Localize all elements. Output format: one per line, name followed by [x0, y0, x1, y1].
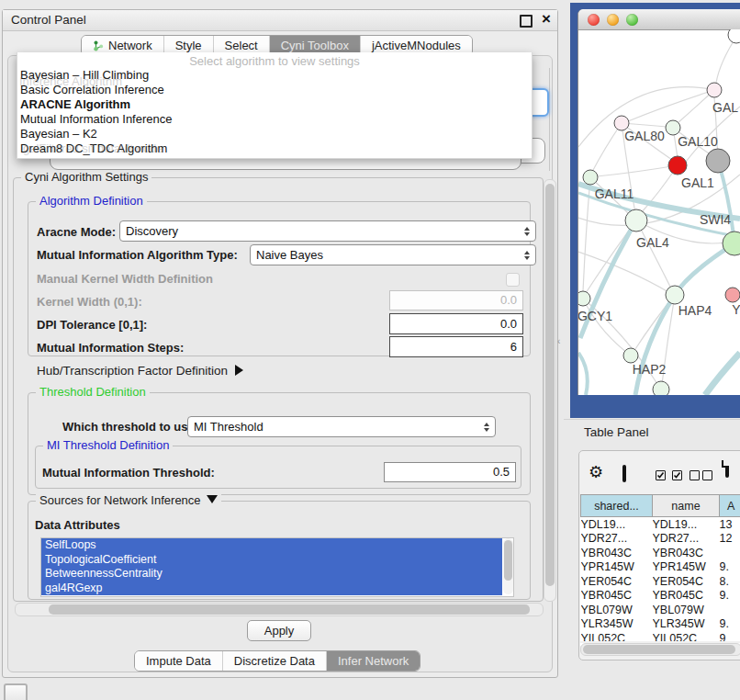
table-cell: YBR043C	[653, 546, 720, 560]
network-node-hap2[interactable]	[623, 348, 638, 363]
table-cell: YPR145W	[581, 560, 653, 575]
file-icon[interactable]	[725, 460, 729, 478]
table-row[interactable]: YER054CYER054C8.	[581, 574, 740, 589]
network-node-gal4[interactable]	[625, 209, 647, 231]
table-row[interactable]: YDR27...YDR27...12	[581, 532, 740, 547]
table-cell: YDR27...	[581, 532, 653, 547]
mi-steps-label: Mutual Information Steps:	[37, 341, 184, 355]
node-table[interactable]: shared... name A YDL19...YDL19...13YDR27…	[580, 494, 740, 646]
which-threshold-combo[interactable]: MI Threshold	[187, 416, 496, 437]
float-window-icon[interactable]	[520, 15, 533, 28]
collapse-arrow-icon[interactable]	[207, 495, 218, 503]
network-node[interactable]	[706, 149, 730, 173]
expand-arrow-icon[interactable]	[235, 365, 243, 376]
dropdown-item[interactable]: ARACNE Algorithm	[17, 97, 532, 112]
data-attributes-label: Data Attributes	[35, 518, 120, 532]
tab-infer-network[interactable]: Infer Network	[327, 651, 420, 671]
tab-discretize-data[interactable]: Discretize Data	[223, 651, 327, 671]
algorithm-definition-title: Algorithm Definition	[36, 194, 147, 208]
network-node-hap4[interactable]	[666, 286, 684, 304]
select-all-icon[interactable]	[656, 470, 682, 484]
network-node-gcy1[interactable]	[578, 291, 590, 306]
gear-icon[interactable]: ⚙	[589, 464, 603, 480]
splitter-handle[interactable]: ‹	[557, 336, 560, 346]
column-header-shared-name[interactable]: shared...	[581, 495, 653, 517]
close-icon[interactable]: ×	[542, 9, 551, 29]
table-cell: YLR345W	[581, 617, 653, 632]
table-header-row[interactable]: shared... name A	[581, 495, 740, 517]
deselect-all-icon[interactable]	[690, 470, 712, 484]
table-cell: YER054C	[653, 574, 720, 589]
network-node-gal[interactable]	[707, 83, 722, 97]
table-cell: YBR045C	[653, 589, 720, 604]
dropdown-item[interactable]: Mutual Information Inference	[17, 112, 532, 127]
network-node-gal11[interactable]	[583, 170, 598, 185]
dropdown-item[interactable]: Bayesian – K2	[17, 127, 532, 141]
settings-horizontal-scrollbar[interactable]	[15, 603, 544, 616]
column-header-name[interactable]: name	[653, 495, 720, 517]
tab-label: Discretize Data	[234, 654, 315, 668]
kernel-width-field[interactable]: 0.0	[389, 290, 523, 310]
network-node-label: HAP4	[678, 303, 712, 318]
hub-tf-definition-label: Hub/Transcription Factor Definition	[37, 364, 228, 378]
mi-steps-field[interactable]: 6	[389, 336, 523, 357]
network-node-y[interactable]	[725, 288, 740, 302]
attribute-item[interactable]: TopologicalCoefficient	[41, 553, 502, 568]
network-node-gal10[interactable]	[666, 120, 680, 135]
manual-kernel-width-label: Manual Kernel Width Definition	[37, 272, 213, 286]
network-node-label: GAL	[712, 100, 738, 115]
table-cell	[720, 603, 740, 617]
dropdown-item[interactable]: Dream8 DC_TDC Algorithm	[17, 141, 532, 156]
apply-button[interactable]: Apply	[247, 620, 311, 641]
network-node[interactable]	[653, 381, 669, 395]
column-header-third[interactable]: A	[720, 495, 740, 517]
network-canvas[interactable]: GALGAL80GAL10GAL1GAL11GAL4SWI4GCY1HAP4YH…	[578, 29, 740, 395]
table-cell: YBR043C	[581, 546, 653, 560]
dropdown-item[interactable]: Basic Correlation Inference	[17, 83, 532, 97]
network-node-gal1[interactable]	[668, 156, 687, 175]
attribute-item[interactable]: SelfLoops	[41, 538, 502, 553]
settings-vertical-scrollbar[interactable]	[544, 179, 556, 602]
table-row[interactable]: YLR345WYLR345W9.	[581, 617, 740, 632]
mi-algorithm-type-combo[interactable]: Naive Bayes	[250, 244, 536, 265]
mi-threshold-label: Mutual Information Threshold:	[42, 466, 215, 480]
which-threshold-label: Which threshold to use:	[62, 420, 198, 434]
mi-threshold-definition-title: MI Threshold Definition	[43, 438, 173, 452]
network-node-label: GAL4	[636, 235, 669, 250]
close-window-icon[interactable]	[588, 14, 600, 26]
dropdown-prompt: Select algorithm to view settings	[17, 52, 532, 68]
zoom-window-icon[interactable]	[626, 14, 638, 26]
attribute-item[interactable]: gal4RGexp	[41, 581, 502, 596]
aracne-mode-combo[interactable]: Discovery	[119, 220, 536, 242]
minimize-window-icon[interactable]	[607, 14, 619, 26]
network-node-label: GCY1	[578, 309, 612, 323]
data-attributes-list[interactable]: SelfLoopsTopologicalCoefficientBetweenne…	[40, 537, 514, 597]
attributes-scrollbar[interactable]	[503, 538, 513, 594]
hub-tf-definition-section[interactable]: Hub/Transcription Factor Definition	[37, 364, 243, 378]
manual-kernel-width-checkbox[interactable]	[506, 273, 520, 287]
tab-label: Style	[175, 39, 202, 52]
table-cell: YDL19...	[581, 517, 653, 532]
table-cell: YDL19...	[653, 517, 720, 532]
table-horizontal-scrollbar[interactable]	[580, 643, 740, 656]
sources-title[interactable]: Sources for Network Inference	[36, 493, 221, 507]
tab-impute-data[interactable]: Impute Data	[135, 651, 223, 671]
collapsed-panel-button[interactable]	[4, 683, 28, 700]
mi-threshold-field[interactable]: 0.5	[384, 462, 516, 482]
dpi-tolerance-field[interactable]: 0.0	[389, 313, 523, 334]
dropdown-item[interactable]: Bayesian – Hill Climbing	[17, 68, 532, 83]
network-node-label: GAL11	[595, 186, 634, 201]
table-row[interactable]: YBR043CYBR043C	[581, 546, 740, 560]
table-row[interactable]: YDL19...YDL19...13	[581, 517, 740, 532]
table-cell: 9.	[720, 560, 740, 575]
table-row[interactable]: YPR145WYPR145W9.	[581, 560, 740, 575]
table-row[interactable]: YBL079WYBL079W	[581, 603, 740, 617]
mi-algorithm-type-label: Mutual Information Algorithm Type:	[37, 248, 238, 262]
columns-icon[interactable]	[622, 465, 626, 482]
table-cell: 12	[720, 532, 740, 547]
table-row[interactable]: YBR045CYBR045C9.	[581, 589, 740, 604]
attribute-item[interactable]: BetweennessCentrality	[41, 567, 502, 581]
network-node[interactable]	[728, 29, 740, 43]
tab-label: jActiveMNodules	[372, 39, 461, 52]
network-node-label: GAL10	[678, 134, 718, 149]
